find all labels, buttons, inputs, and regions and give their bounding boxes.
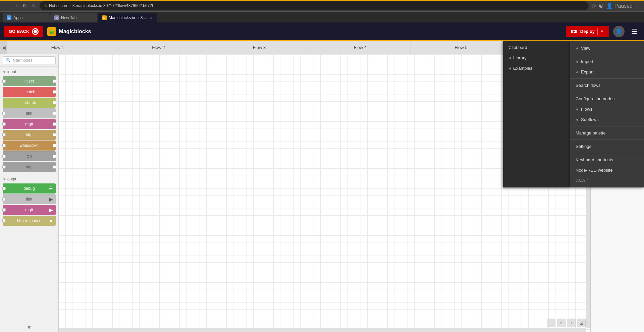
dropdown-view-label: View [581, 46, 590, 51]
dropdown-flows-item[interactable]: ◀ Flows [570, 104, 644, 114]
node-catch[interactable]: ! catch [3, 87, 56, 97]
dropdown-import-label: Import [581, 59, 593, 64]
dropdown-export-label: Export [581, 69, 594, 74]
back-button[interactable]: ← [3, 2, 11, 9]
tcp-in-port-right [53, 155, 56, 158]
flow-tab-2[interactable]: Flow 2 [108, 41, 209, 54]
input-section-label: input [7, 69, 16, 74]
input-section-header[interactable]: ▼ input [0, 68, 58, 75]
flow-tab-1[interactable]: Flow 1 [7, 41, 108, 54]
browser-actions: ☆ ☯ 👤 Paused ⋮ [591, 3, 641, 9]
deploy-divider [597, 28, 598, 35]
user-profile-icon[interactable]: 👤 Paused [606, 3, 633, 9]
node-websocket-in[interactable]: websocket [3, 141, 56, 151]
import-examples-item[interactable]: ◀ Examples [503, 63, 570, 73]
node-mqtt-out[interactable]: mqtt ▶ [3, 205, 56, 215]
home-button[interactable]: ⌂ [30, 2, 37, 9]
dropdown-view-item[interactable]: ◀ View [570, 43, 644, 53]
reload-button[interactable]: ↻ [21, 2, 28, 9]
user-icon: 👤 [615, 28, 622, 35]
zoom-in-button[interactable]: + [567, 319, 576, 327]
node-udp-in[interactable]: udp [3, 162, 56, 172]
output-section-header[interactable]: ▼ output [0, 175, 58, 183]
http-in-port-right [53, 133, 56, 136]
dropdown-subflows-item[interactable]: ◀ Subflows [570, 114, 644, 125]
http-in-label: http [5, 132, 53, 137]
catch-label: catch [8, 90, 53, 94]
node-status[interactable]: ! status [3, 98, 56, 108]
sidebar-scroll-down-icon[interactable]: ▼ [26, 325, 32, 331]
menu-button[interactable]: ☰ [629, 26, 640, 37]
node-debug[interactable]: debug ☰ [3, 183, 56, 193]
user-button[interactable]: 👤 [613, 26, 625, 37]
deploy-icon [571, 30, 578, 33]
flow-tab-3[interactable]: Flow 3 [209, 41, 310, 54]
node-inject[interactable]: inject [3, 76, 56, 86]
node-http-response[interactable]: http response ▶ [3, 216, 56, 226]
not-secure-label: Not secure [49, 3, 68, 8]
dropdown-keyboard-shortcuts-item[interactable]: Keyboard shortcuts [570, 155, 644, 165]
forward-button[interactable]: → [12, 2, 19, 9]
bookmark-icon[interactable]: ☆ [591, 3, 596, 9]
loading-bar [0, 0, 644, 1]
node-mqtt-in[interactable]: mqtt [3, 119, 56, 129]
address-text: c3.magicblocks.io:30717/#flow/437f6f02.b… [70, 3, 153, 8]
ws-in-label: websocket [5, 143, 53, 148]
zoom-reset-button[interactable]: ○ [557, 319, 566, 327]
dropdown-settings-item[interactable]: Settings [570, 141, 644, 152]
deploy-plug-arrow [573, 30, 575, 33]
go-back-circle-inner [33, 29, 38, 34]
canvas-hscroll[interactable] [59, 328, 586, 332]
dropdown-import-item[interactable]: ◀ Import [570, 56, 644, 67]
subflows-arrow-icon: ◀ [576, 118, 578, 121]
dropdown-version: v0.19.4 [570, 175, 644, 185]
dropdown-search-flows-item[interactable]: Search flows [570, 80, 644, 91]
deploy-caret-icon[interactable]: ▼ [600, 30, 604, 33]
lock-icon: ⚠ [44, 4, 47, 8]
dropdown-config-nodes-item[interactable]: Configuration nodes [570, 94, 644, 104]
debug-list-icon: ☰ [49, 186, 53, 191]
link-out-label: link [5, 197, 53, 202]
brand: 🧩 Magicblocks [47, 27, 91, 36]
filter-nodes-input[interactable]: 🔍 filter nodes [3, 56, 56, 64]
dropdown-node-red-website-item[interactable]: Node-RED website [570, 165, 644, 175]
tcp-in-label: tcp [5, 154, 53, 159]
mqtt-out-port-icon: ▶ [49, 207, 53, 213]
flow-tab-prev-button[interactable]: ◀ [0, 41, 7, 54]
dropdown-subflows-label: Subflows [581, 117, 599, 122]
http-resp-port-left [2, 219, 6, 222]
new-tab[interactable]: ⊕ New Tab [50, 13, 97, 22]
flow-tab-5[interactable]: Flow 5 [411, 41, 512, 54]
import-library-item[interactable]: ◀ Library [503, 53, 570, 63]
node-tcp-in[interactable]: tcp [3, 151, 56, 161]
deploy-button[interactable]: Deploy ▼ [566, 26, 609, 37]
dropdown-node-red-website-label: Node-RED website [576, 168, 613, 173]
status-label: status [8, 100, 53, 105]
deploy-plug-icon [571, 30, 577, 33]
import-clipboard-item[interactable]: Clipboard [503, 42, 570, 53]
filter-placeholder: filter nodes [13, 58, 33, 63]
export-arrow-icon: ◀ [576, 70, 578, 74]
more-menu-icon[interactable]: ⋮ [635, 3, 641, 9]
address-bar[interactable]: ⚠ Not secure c3.magicblocks.io:30717/#fl… [40, 1, 589, 10]
link-out-port-icon: ▶ [49, 197, 53, 202]
node-link-out[interactable]: link ▶ [3, 194, 56, 204]
flow-tab-4[interactable]: Flow 4 [310, 41, 411, 54]
dropdown-export-item[interactable]: ◀ Export [570, 67, 644, 77]
apps-tab[interactable]: A Apps [3, 13, 50, 22]
magicblocks-tab[interactable]: M Magicblocks.io : c3.... ✕ [98, 13, 157, 22]
tab-close-icon[interactable]: ✕ [149, 15, 153, 20]
zoom-fit-button[interactable]: ⊡ [577, 319, 586, 327]
node-http-in[interactable]: http [3, 130, 56, 140]
dropdown-divider-1 [570, 55, 644, 55]
go-back-button[interactable]: GO BACK [4, 26, 43, 37]
brand-name: Magicblocks [59, 29, 91, 35]
zoom-out-button[interactable]: − [547, 319, 555, 327]
extensions-icon[interactable]: ☯ [599, 3, 603, 9]
node-link-in[interactable]: link [3, 108, 56, 118]
dropdown-manage-palette-item[interactable]: Manage palette [570, 128, 644, 138]
output-section: ▼ output debug ☰ link ▶ mqtt ▶ [0, 174, 58, 228]
status-exclaim-icon: ! [5, 100, 7, 105]
dropdown-divider-4 [570, 126, 644, 126]
app-header: GO BACK 🧩 Magicblocks Deploy ▼ 👤 ☰ [0, 22, 644, 41]
